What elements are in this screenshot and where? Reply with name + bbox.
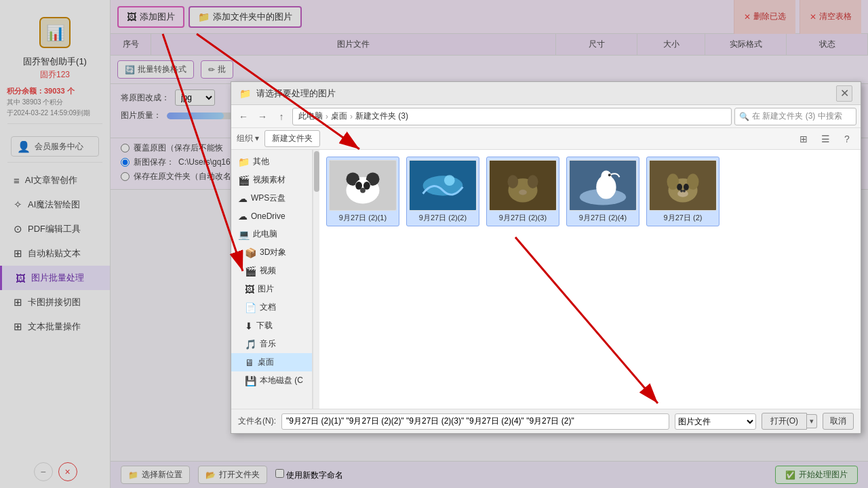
- disk-icon: 💾: [245, 375, 256, 386]
- sidebar-item-label: 视频素材: [253, 174, 285, 186]
- view-toggle-button[interactable]: ⊞: [795, 131, 812, 147]
- open-button[interactable]: 打开(O): [762, 413, 807, 430]
- dialog-title-icon: 📁: [239, 88, 251, 99]
- desktop-icon: 🖥: [245, 357, 254, 368]
- path-part-2: 桌面: [331, 110, 347, 122]
- dialog-bottom-bar: 文件名(N): 图片文件 打开(O) ▾ 取消: [231, 409, 861, 433]
- file-item-1[interactable]: 9月27日 (2)(1): [326, 157, 399, 226]
- file-name-4: 9月27日 (2)(4): [579, 213, 627, 223]
- view-list-button[interactable]: ☰: [817, 131, 833, 147]
- sidebar-item-pictures[interactable]: 🖼 图片: [231, 280, 312, 298]
- svg-point-9: [360, 188, 366, 193]
- sidebar-item-3d[interactable]: 📦 3D对象: [231, 243, 312, 262]
- file-thumb-1: [329, 160, 397, 211]
- file-content-area: 9月27日 (2)(1) 9月27日 (2)(2): [319, 150, 861, 409]
- file-item-3[interactable]: 9月27日 (2)(3): [486, 157, 559, 226]
- sidebar-item-downloads[interactable]: ⬇ 下载: [231, 317, 312, 335]
- file-name-2: 9月27日 (2)(2): [419, 213, 467, 223]
- organize-button[interactable]: 组织 ▾: [237, 133, 259, 144]
- sidebar-item-label: WPS云盘: [251, 192, 285, 204]
- onedrive-icon: ☁: [238, 211, 248, 222]
- cancel-button[interactable]: 取消: [823, 413, 854, 430]
- path-part-1: 此电脑: [298, 110, 323, 122]
- svg-point-19: [519, 190, 527, 195]
- file-name-1: 9月27日 (2)(1): [339, 213, 387, 223]
- file-item-4[interactable]: 9月27日 (2)(4): [566, 157, 639, 226]
- downloads-icon: ⬇: [245, 321, 253, 331]
- sidebar-item-label: 其他: [253, 156, 269, 167]
- sidebar-item-docs[interactable]: 📄 文档: [231, 298, 312, 317]
- sidebar-scrollbar[interactable]: [313, 150, 319, 409]
- dialog-body: 📁 其他 🎬 视频素材 ☁ WPS云盘 ☁ OneDrive 💻 此电: [231, 150, 861, 409]
- file-thumb-2: [409, 160, 477, 211]
- pictures-icon: 🖼: [245, 284, 254, 295]
- address-path[interactable]: 此电脑 › 桌面 › 新建文件夹 (3): [292, 108, 732, 125]
- sidebar-item-computer[interactable]: 💻 此电脑: [231, 225, 312, 243]
- file-thumb-3: [489, 160, 557, 211]
- sidebar-item-music[interactable]: 🎵 音乐: [231, 335, 312, 353]
- dialog-close-button[interactable]: ✕: [836, 85, 852, 102]
- 3d-icon: 📦: [245, 247, 256, 258]
- open-dropdown-button[interactable]: ▾: [807, 414, 817, 428]
- docs-icon: 📄: [245, 302, 256, 313]
- path-part-3: 新建文件夹 (3): [355, 110, 408, 122]
- sidebar-item-label: 下载: [256, 320, 273, 331]
- file-name-5: 9月27日 (2): [664, 213, 703, 223]
- new-folder-button[interactable]: 新建文件夹: [264, 130, 320, 147]
- sidebar-item-wps[interactable]: ☁ WPS云盘: [231, 189, 312, 207]
- file-dialog: 📁 请选择要处理的图片 ✕ ← → ↑ 此电脑 › 桌面 › 新建文件夹 (3)…: [231, 81, 861, 434]
- sidebar-item-onedrive[interactable]: ☁ OneDrive: [231, 207, 312, 225]
- open-button-group: 打开(O) ▾: [762, 413, 817, 430]
- filename-label: 文件名(N):: [238, 415, 276, 427]
- sidebar-item-video[interactable]: 🎬 视频: [231, 262, 312, 280]
- sidebar-item-other[interactable]: 📁 其他: [231, 152, 312, 171]
- svg-point-30: [684, 184, 689, 190]
- sidebar-item-label: 视频: [260, 265, 276, 277]
- svg-point-33: [683, 190, 686, 192]
- svg-point-16: [528, 175, 538, 188]
- sidebar-item-local-disk[interactable]: 💾 本地磁盘 (C: [231, 371, 312, 390]
- file-grid: 9月27日 (2)(1) 9月27日 (2)(2): [326, 157, 854, 226]
- video2-icon: 🎬: [245, 266, 256, 277]
- cloud-icon: ☁: [238, 193, 248, 204]
- dialog-sidebar: 📁 其他 🎬 视频素材 ☁ WPS云盘 ☁ OneDrive 💻 此电: [231, 150, 313, 409]
- dialog-addressbar: ← → ↑ 此电脑 › 桌面 › 新建文件夹 (3) 🔍 在 新建文件夹 (3)…: [231, 105, 861, 128]
- computer-icon: 💻: [238, 229, 250, 240]
- sidebar-item-label: 音乐: [260, 338, 276, 350]
- sidebar-item-label: 文档: [260, 302, 276, 313]
- filename-input[interactable]: [281, 413, 669, 430]
- svg-point-24: [608, 174, 611, 176]
- sidebar-item-label: 此电脑: [253, 228, 277, 240]
- svg-point-31: [677, 190, 688, 197]
- search-icon: 🔍: [739, 112, 749, 121]
- sidebar-item-label: OneDrive: [251, 211, 285, 221]
- dialog-overlay: 📁 请选择要处理的图片 ✕ ← → ↑ 此电脑 › 桌面 › 新建文件夹 (3)…: [0, 0, 868, 488]
- dialog-toolbar: 组织 ▾ 新建文件夹 ⊞ ☰ ?: [231, 128, 861, 150]
- nav-back-button[interactable]: ←: [235, 108, 252, 125]
- file-name-3: 9月27日 (2)(3): [499, 213, 547, 223]
- video-icon: 🎬: [238, 175, 250, 186]
- help-button[interactable]: ?: [839, 131, 855, 147]
- dialog-search-box[interactable]: 🔍 在 新建文件夹 (3) 中搜索: [734, 108, 856, 125]
- file-thumb-4: [569, 160, 637, 211]
- sidebar-item-label: 本地磁盘 (C: [260, 375, 303, 386]
- sidebar-item-label: 图片: [258, 283, 274, 295]
- nav-up-button[interactable]: ↑: [273, 108, 290, 125]
- dialog-titlebar: 📁 请选择要处理的图片 ✕: [231, 82, 861, 105]
- file-item-2[interactable]: 9月27日 (2)(2): [406, 157, 479, 226]
- sidebar-item-desktop[interactable]: 🖥 桌面: [231, 353, 312, 371]
- search-placeholder: 在 新建文件夹 (3) 中搜索: [752, 110, 842, 122]
- file-item-5[interactable]: 9月27日 (2): [646, 157, 719, 226]
- file-thumb-5: [649, 160, 717, 211]
- scrollbar-thumb[interactable]: [314, 151, 319, 192]
- nav-forward-button[interactable]: →: [254, 108, 271, 125]
- path-sep-2: ›: [350, 112, 353, 121]
- svg-point-29: [677, 184, 682, 190]
- sidebar-item-video-material[interactable]: 🎬 视频素材: [231, 171, 312, 189]
- svg-point-32: [680, 190, 683, 192]
- dialog-title-text: 请选择要处理的图片: [256, 87, 831, 100]
- music-icon: 🎵: [245, 339, 256, 350]
- filetype-select[interactable]: 图片文件: [675, 413, 756, 430]
- sidebar-item-label: 桌面: [258, 357, 274, 368]
- path-sep-1: ›: [326, 112, 328, 121]
